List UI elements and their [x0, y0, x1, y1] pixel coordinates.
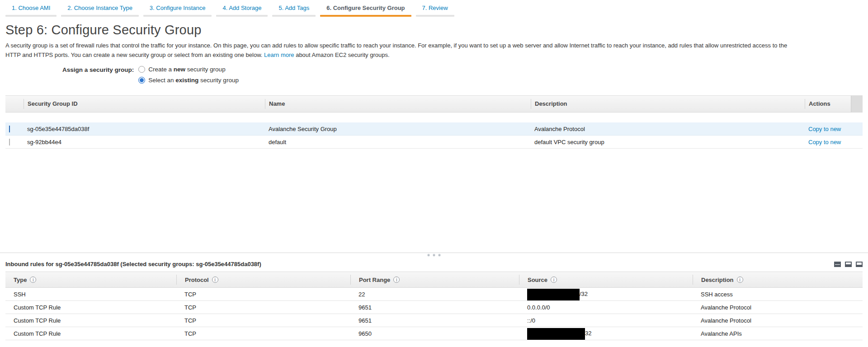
scrollbar-gutter[interactable]: [851, 96, 863, 112]
cell-name: Avalanche Security Group: [265, 126, 531, 132]
inbound-rule-row-custom-tcp-9651-ipv6: Custom TCP Rule TCP 9651 ::/0 Avalanche …: [5, 314, 863, 327]
row-checkbox-unchecked[interactable]: [9, 139, 10, 145]
tab-label: 2. Choose Instance Type: [61, 4, 139, 11]
cell-source: ::/0: [519, 317, 693, 324]
tab-underline: [5, 15, 57, 17]
cell-description: default VPC security group: [531, 139, 805, 145]
table-row-avalanche-security-group[interactable]: sg-05e35e44785da038f Avalanche Security …: [5, 122, 863, 136]
cell-port-range: 22: [350, 291, 519, 298]
info-icon[interactable]: i: [212, 277, 218, 283]
tab-label: 3. Configure Instance: [143, 4, 212, 11]
tab-add-storage[interactable]: 4. Add Storage: [216, 4, 268, 17]
description-text: about Amazon EC2 security groups.: [294, 52, 390, 58]
security-groups-table-header: Security Group ID Name Description Actio…: [5, 95, 863, 113]
column-header-type: Typei: [5, 275, 176, 285]
page-title: Step 6: Configure Security Group: [5, 23, 863, 38]
cell-protocol: TCP: [176, 304, 350, 311]
cell-description: Avalanche Protocol: [693, 317, 863, 324]
tab-configure-security-group[interactable]: 6. Configure Security Group: [320, 4, 411, 17]
cell-protocol: TCP: [176, 317, 350, 324]
view-toggles: [834, 262, 863, 267]
radio-label: Create a new security group: [148, 66, 225, 73]
cell-description: Avalanche Protocol: [531, 126, 805, 132]
learn-more-link[interactable]: Learn more: [264, 52, 294, 58]
tab-choose-ami[interactable]: 1. Choose AMI: [5, 4, 57, 17]
cell-description: Avalanche Protocol: [693, 304, 863, 311]
cell-description: Avalanche APIs: [693, 330, 863, 337]
radio-button-icon[interactable]: [138, 66, 145, 73]
tab-review[interactable]: 7. Review: [416, 4, 454, 17]
cell-protocol: TCP: [176, 291, 350, 298]
radio-create-new-security-group[interactable]: Create a new security group: [138, 66, 239, 73]
column-header-protocol: Protocoli: [176, 275, 350, 285]
column-header-security-group-id: Security Group ID: [24, 99, 265, 109]
info-icon[interactable]: i: [551, 277, 557, 283]
inbound-rules-title: Inbound rules for sg-05e35e44785da038f (…: [5, 261, 261, 267]
tab-underline: [272, 15, 316, 17]
row-checkbox-checked[interactable]: [9, 126, 10, 132]
cell-type: Custom TCP Rule: [5, 304, 176, 311]
cell-source: 0.0.0.0/0: [519, 304, 693, 311]
inbound-rules-table: Typei Protocoli Port Rangei Sourcei Desc…: [5, 272, 863, 340]
info-icon[interactable]: i: [737, 277, 743, 283]
column-header-source: Sourcei: [519, 275, 693, 285]
cell-name: default: [265, 139, 531, 145]
column-header-port-range: Port Rangei: [350, 275, 519, 285]
assign-security-group-label: Assign a security group:: [62, 66, 134, 84]
table-spacer: [5, 113, 863, 122]
cell-port-range: 9650: [350, 330, 519, 337]
cell-source: 32: [519, 330, 693, 337]
inbound-rules-table-header: Typei Protocoli Port Rangei Sourcei Desc…: [5, 272, 863, 288]
copy-to-new-link[interactable]: Copy to new: [808, 139, 841, 145]
radio-select-existing-security-group[interactable]: Select an existing security group: [138, 77, 239, 84]
table-row-default-security-group[interactable]: sg-92bb44e4 default default VPC security…: [5, 136, 863, 149]
redacted-ip-block: [527, 328, 585, 340]
table-empty-area: [0, 149, 868, 253]
cell-security-group-id: sg-05e35e44785da038f: [24, 126, 265, 132]
tab-label: 6. Configure Security Group: [320, 4, 411, 11]
pane-divider: [0, 253, 868, 259]
column-header-name: Name: [265, 99, 531, 109]
info-icon[interactable]: i: [393, 277, 400, 283]
inbound-rule-row-custom-tcp-9651-ipv4: Custom TCP Rule TCP 9651 0.0.0.0/0 Avala…: [5, 301, 863, 314]
tab-underline: [320, 15, 411, 17]
split-view-icon[interactable]: [845, 262, 852, 267]
tab-underline: [416, 15, 454, 17]
tab-label: 4. Add Storage: [216, 4, 268, 11]
cell-description: SSH access: [693, 291, 863, 298]
redacted-ip-block: [527, 289, 580, 300]
cell-protocol: TCP: [176, 330, 350, 337]
cell-type: SSH: [5, 291, 176, 298]
detail-view-icon[interactable]: [856, 262, 863, 267]
tab-configure-instance[interactable]: 3. Configure Instance: [143, 4, 212, 17]
tab-choose-instance-type[interactable]: 2. Choose Instance Type: [61, 4, 139, 17]
copy-to-new-link[interactable]: Copy to new: [808, 126, 841, 132]
wizard-step-tabs: 1. Choose AMI 2. Choose Instance Type 3.…: [0, 0, 868, 17]
tab-add-tags[interactable]: 5. Add Tags: [272, 4, 316, 17]
description-text: HTTP and HTTPS ports. You can create a n…: [5, 52, 264, 58]
tab-label: 7. Review: [416, 4, 454, 11]
inbound-rule-row-ssh: SSH TCP 22 /32 SSH access: [5, 288, 863, 301]
checkbox-column-header: [5, 99, 24, 109]
assign-security-group: Assign a security group: Create a new se…: [62, 66, 868, 84]
column-header-description: Description: [531, 99, 805, 109]
description-line-2: HTTP and HTTPS ports. You can create a n…: [5, 50, 863, 60]
radio-button-checked-icon[interactable]: [138, 77, 145, 84]
tab-underline: [143, 15, 212, 17]
cell-source: /32: [519, 291, 693, 298]
cell-type: Custom TCP Rule: [5, 330, 176, 337]
cell-security-group-id: sg-92bb44e4: [24, 139, 265, 145]
cell-port-range: 9651: [350, 317, 519, 324]
description-line-1: A security group is a set of firewall ru…: [5, 41, 863, 50]
radio-label: Select an existing security group: [148, 77, 239, 84]
security-groups-table: Security Group ID Name Description Actio…: [5, 95, 863, 149]
tab-underline: [61, 15, 139, 17]
column-header-description: Descriptioni: [693, 275, 863, 285]
list-view-icon[interactable]: [834, 262, 841, 267]
tab-label: 5. Add Tags: [272, 4, 316, 11]
cell-port-range: 9651: [350, 304, 519, 311]
pane-resize-grip[interactable]: [428, 254, 441, 256]
tab-label: 1. Choose AMI: [5, 4, 57, 11]
tab-underline: [216, 15, 268, 17]
info-icon[interactable]: i: [30, 277, 36, 283]
